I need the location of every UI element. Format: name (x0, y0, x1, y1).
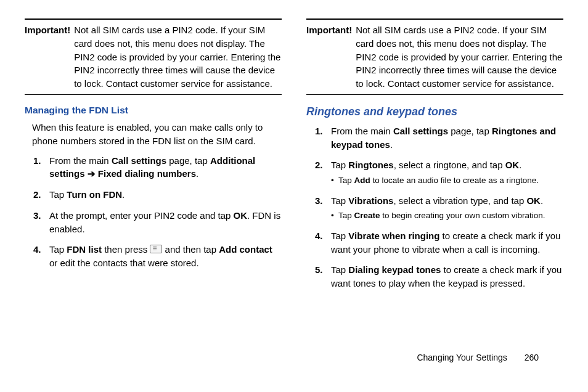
section-heading-ringtones: Ringtones and keypad tones (306, 104, 563, 120)
bold-phrase: Turn on FDN (67, 189, 122, 200)
footer-page-number: 260 (525, 353, 539, 362)
bold-phrase: Fixed dialing numbers (98, 168, 196, 179)
list-item: Tap Vibrate when ringing to create a che… (331, 229, 563, 256)
list-item: Tap FDN list then press and then tap Add… (49, 243, 282, 270)
important-text: Not all SIM cards use a PIN2 code. If yo… (74, 23, 282, 91)
list-item: At the prompt, enter your PIN2 code and … (49, 209, 282, 236)
important-label: Important! (25, 23, 74, 37)
important-note: Important! Not all SIM cards use a PIN2 … (25, 23, 282, 91)
list-item: From the main Call settings page, tap Ri… (331, 125, 563, 152)
divider (25, 94, 282, 95)
step-text: From the main (49, 155, 112, 166)
step-text: , select a ringtone, and tap (394, 160, 505, 170)
page-footer: Changing Your Settings 260 (0, 351, 588, 364)
divider (306, 94, 563, 95)
step-text: Tap (331, 231, 348, 241)
bold-phrase: OK (505, 160, 520, 170)
bold-phrase: Ringtones (348, 160, 393, 170)
page-body: Important! Not all SIM cards use a PIN2 … (0, 0, 588, 304)
list-item: Tap Dialing keypad tones to create a che… (331, 263, 563, 290)
important-note: Important! Not all SIM cards use a PIN2 … (306, 23, 563, 91)
bold-phrase: Add contact (219, 244, 272, 255)
step-text: to begin creating your own custom vibrat… (380, 211, 545, 220)
step-text: , select a vibration type, and tap (393, 195, 526, 206)
bullet-icon: • (331, 210, 338, 222)
divider (306, 18, 563, 20)
step-text: to locate an audio file to create as a r… (370, 176, 539, 185)
left-column: Important! Not all SIM cards use a PIN2 … (25, 18, 282, 298)
steps-list: From the main Call settings page, tap Ad… (25, 154, 282, 270)
bold-phrase: Create (354, 211, 380, 220)
list-item: Tap Vibrations, select a vibration type,… (331, 194, 563, 222)
subheading-fdn: Managing the FDN List (25, 104, 282, 117)
arrow-icon: ➔ (85, 168, 98, 179)
step-text: page, tap (166, 155, 210, 166)
step-text: . (196, 168, 198, 179)
step-text: and then tap (165, 244, 219, 255)
bold-phrase: Vibrate when ringing (348, 231, 439, 241)
step-text: Tap (331, 264, 348, 275)
step-text: . (519, 160, 521, 170)
step-text: Tap (49, 244, 67, 255)
sub-bullet: •Tap Create to begin creating your own c… (331, 210, 563, 222)
divider (25, 18, 282, 20)
step-text: then press (102, 244, 150, 255)
step-text: or edit the contacts that were stored. (49, 258, 199, 268)
step-text: Tap (331, 195, 348, 206)
right-column: Important! Not all SIM cards use a PIN2 … (306, 18, 563, 298)
step-text: . (390, 139, 393, 150)
step-text: Tap (338, 211, 354, 220)
bold-phrase: FDN list (67, 244, 102, 255)
menu-icon (150, 245, 162, 253)
bold-phrase: Vibrations (348, 195, 393, 206)
bold-phrase: Add (354, 176, 370, 185)
steps-list: From the main Call settings page, tap Ri… (306, 125, 563, 290)
bold-phrase: OK (526, 195, 541, 206)
important-text: Not all SIM cards use a PIN2 code. If yo… (356, 23, 563, 91)
intro-paragraph: When this feature is enabled, you can ma… (32, 121, 282, 148)
list-item: Tap Ringtones, select a ringtone, and ta… (331, 158, 563, 186)
sub-bullet: •Tap Add to locate an audio file to crea… (331, 174, 563, 187)
step-text: . (122, 189, 125, 200)
step-text: . (541, 195, 543, 206)
footer-title: Changing Your Settings (417, 353, 507, 362)
step-text: At the prompt, enter your PIN2 code and … (49, 210, 234, 221)
list-item: From the main Call settings page, tap Ad… (49, 154, 282, 181)
step-text: Tap (338, 176, 354, 185)
step-text: Tap (49, 189, 67, 200)
step-text: From the main (331, 126, 393, 136)
bullet-icon: • (331, 174, 338, 187)
bold-phrase: Dialing keypad tones (348, 264, 441, 275)
step-text: page, tap (448, 126, 492, 136)
list-item: Tap Turn on FDN. (49, 188, 282, 202)
bold-phrase: Call settings (393, 126, 448, 136)
step-text: Tap (331, 160, 348, 170)
important-label: Important! (306, 23, 356, 37)
bold-phrase: OK (234, 210, 248, 221)
bold-phrase: Call settings (112, 155, 166, 166)
